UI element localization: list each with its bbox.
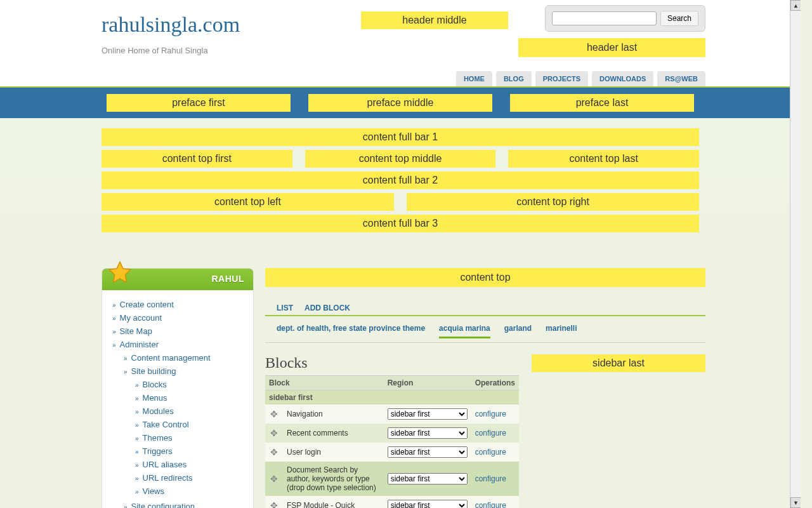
- region-preface-middle: preface middle: [308, 94, 492, 112]
- page-title: Blocks: [265, 354, 519, 371]
- drag-handle-icon[interactable]: ✥: [269, 447, 279, 457]
- menu-url-redirects[interactable]: URL redirects: [143, 473, 193, 483]
- configure-link[interactable]: configure: [475, 501, 506, 508]
- region-group-label: sidebar first: [265, 391, 519, 405]
- drag-handle-icon[interactable]: ✥: [269, 428, 279, 438]
- tab-theme-marinelli[interactable]: marinelli: [546, 324, 577, 338]
- drag-handle-icon[interactable]: ✥: [269, 409, 279, 419]
- configure-link[interactable]: configure: [475, 429, 506, 438]
- blocks-table: Block Region Operations sidebar first✥Na…: [265, 375, 519, 508]
- sidebar-first: RAHUL »Create content »My account »Site …: [102, 268, 254, 508]
- menu-blocks[interactable]: Blocks: [143, 380, 167, 389]
- site-slogan: Online Home of Rahul Singla: [102, 46, 208, 55]
- region-content-top-first: content top first: [102, 150, 292, 168]
- primary-nav: HOME BLOG PROJECTS DOWNLOADS RS@WEB: [456, 71, 705, 86]
- block-name: User login: [283, 443, 384, 462]
- menu-site-building[interactable]: Site building: [131, 366, 176, 376]
- sidebar-user-name: RAHUL: [212, 274, 245, 284]
- sidebar-menu: »Create content »My account »Site Map »A…: [102, 290, 253, 508]
- search-form: Search: [545, 5, 705, 32]
- sidebar-user-header: RAHUL: [102, 269, 253, 290]
- header: rahulsingla.com Online Home of Rahul Sin…: [0, 0, 801, 88]
- tab-theme-dept[interactable]: dept. of health, free state province the…: [277, 324, 425, 338]
- nav-home[interactable]: HOME: [456, 71, 492, 86]
- table-row: ✥Navigationsidebar firstconfigure: [265, 404, 519, 424]
- region-header-last: header last: [518, 38, 705, 57]
- th-block: Block: [265, 376, 384, 391]
- drag-handle-icon[interactable]: ✥: [269, 474, 279, 484]
- tabs-secondary: dept. of health, free state province the…: [265, 320, 705, 343]
- region-select[interactable]: sidebar first: [388, 446, 468, 458]
- menu-my-account[interactable]: My account: [120, 313, 162, 323]
- menu-modules[interactable]: Modules: [143, 406, 174, 416]
- content-bars: content full bar 1 content top first con…: [0, 118, 801, 249]
- menu-views[interactable]: Views: [143, 486, 164, 496]
- table-row: ✥User loginsidebar firstconfigure: [265, 443, 519, 462]
- table-row: ✥Document Search by author, keywords or …: [265, 462, 519, 496]
- region-preface-first: preface first: [107, 94, 291, 112]
- th-region: Region: [384, 376, 471, 391]
- tab-theme-acquia[interactable]: acquia marina: [439, 324, 490, 338]
- menu-triggers[interactable]: Triggers: [143, 446, 173, 456]
- menu-site-configuration[interactable]: Site configuration: [131, 502, 195, 508]
- menu-administer[interactable]: Administer: [120, 340, 159, 349]
- menu-create-content[interactable]: Create content: [120, 300, 174, 309]
- block-name: Recent comments: [283, 424, 384, 443]
- region-content-top-left: content top left: [102, 193, 394, 211]
- region-full-bar-3: content full bar 3: [102, 215, 699, 232]
- th-ops: Operations: [471, 376, 519, 391]
- configure-link[interactable]: configure: [475, 474, 506, 483]
- nav-downloads[interactable]: DOWNLOADS: [592, 71, 653, 86]
- nav-blog[interactable]: BLOG: [496, 71, 532, 86]
- region-sidebar-last: sidebar last: [532, 354, 705, 372]
- site-title[interactable]: rahulsingla.com: [102, 13, 240, 37]
- menu-take-control[interactable]: Take Control: [143, 420, 189, 429]
- preface-bar: preface first preface middle preface las…: [0, 88, 801, 118]
- table-row: ✥Recent commentssidebar firstconfigure: [265, 424, 519, 443]
- block-name: FSP Module - Quick: [283, 496, 384, 508]
- scroll-up-icon[interactable]: ▲: [790, 0, 801, 11]
- nav-projects[interactable]: PROJECTS: [535, 71, 588, 86]
- star-icon: [107, 260, 133, 285]
- region-content-top-right: content top right: [407, 193, 699, 211]
- menu-url-aliases[interactable]: URL aliases: [143, 460, 187, 469]
- region-select[interactable]: sidebar first: [388, 473, 468, 485]
- block-name: Navigation: [283, 404, 384, 424]
- table-row: ✥FSP Module - Quicksidebar firstconfigur…: [265, 496, 519, 508]
- tab-add-block[interactable]: ADD BLOCK: [304, 304, 350, 312]
- search-input[interactable]: [552, 11, 657, 25]
- configure-link[interactable]: configure: [475, 410, 506, 418]
- region-content-top-last: content top last: [508, 150, 699, 168]
- search-button[interactable]: Search: [660, 11, 698, 26]
- tab-theme-garland[interactable]: garland: [504, 324, 532, 338]
- configure-link[interactable]: configure: [475, 448, 506, 457]
- region-content-top-middle: content top middle: [305, 150, 496, 168]
- block-name: Document Search by author, keywords or t…: [283, 462, 384, 496]
- menu-content-management[interactable]: Content management: [131, 353, 211, 363]
- tabs-primary: LIST ADD BLOCK: [265, 298, 705, 316]
- region-full-bar-1: content full bar 1: [102, 128, 699, 146]
- content-column: content top LIST ADD BLOCK dept. of heal…: [265, 268, 705, 508]
- region-preface-last: preface last: [510, 94, 694, 112]
- region-content-top: content top: [265, 268, 705, 287]
- region-select[interactable]: sidebar first: [388, 500, 468, 508]
- menu-menus[interactable]: Menus: [143, 393, 167, 403]
- region-select[interactable]: sidebar first: [388, 408, 468, 420]
- scroll-down-icon[interactable]: ▼: [790, 497, 801, 508]
- tab-list[interactable]: LIST: [277, 304, 293, 312]
- scrollbar[interactable]: ▲ ▼: [790, 0, 801, 508]
- menu-themes[interactable]: Themes: [143, 433, 173, 443]
- region-header-middle: header middle: [361, 11, 508, 29]
- nav-rsweb[interactable]: RS@WEB: [657, 71, 705, 86]
- region-full-bar-2: content full bar 2: [102, 171, 699, 189]
- drag-handle-icon[interactable]: ✥: [269, 500, 279, 508]
- region-select[interactable]: sidebar first: [388, 427, 468, 439]
- menu-site-map[interactable]: Site Map: [120, 326, 152, 336]
